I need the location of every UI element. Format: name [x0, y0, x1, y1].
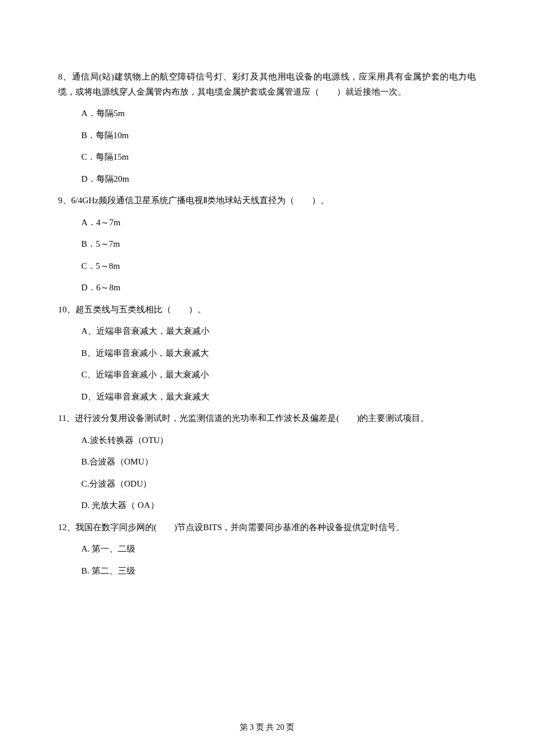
question-options: A. 第一、二级 B. 第二、三级 [58, 542, 476, 578]
question-stem: 9、6/4GHz频段通信卫星系统广播电视Ⅱ类地球站天线直径为（ ）。 [58, 193, 476, 208]
question-options: A．4～7m B．5～7m C．5～8m D．6～8m [58, 215, 476, 296]
option-b: B.合波器（OMU） [81, 455, 476, 470]
page-content: 8、通信局(站)建筑物上的航空障碍信号灯、彩灯及其他用电设备的电源线，应采用具有… [0, 0, 534, 578]
question-stem: 8、通信局(站)建筑物上的航空障碍信号灯、彩灯及其他用电设备的电源线，应采用具有… [58, 70, 476, 99]
question-11: 11、进行波分复用设备测试时，光监测信道的光功率和工作波长及偏差是( )的主要测… [58, 411, 476, 513]
option-d: D．6～8m [81, 280, 476, 296]
question-stem: 12、我国在数字同步网的( )节点设BITS，并向需要同步基准的各种设备提供定时… [58, 520, 476, 535]
option-c: C.分波器（ODU） [81, 477, 476, 492]
question-stem: 10、超五类线与五类线相比（ ）。 [58, 303, 476, 318]
option-d: D. 光放大器（ OA） [81, 498, 476, 513]
question-9: 9、6/4GHz频段通信卫星系统广播电视Ⅱ类地球站天线直径为（ ）。 A．4～7… [58, 193, 476, 296]
question-10: 10、超五类线与五类线相比（ ）。 A、近端串音衰减大，最大衰减小 B、近端串音… [58, 303, 476, 405]
question-options: A.波长转换器（OTU） B.合波器（OMU） C.分波器（ODU） D. 光放… [58, 433, 476, 513]
option-d: D、近端串音衰减大，最大衰减大 [81, 390, 476, 405]
option-b: B、近端串音衰减小，最大衰减大 [81, 346, 476, 361]
option-c: C．每隔15m [81, 150, 476, 165]
option-a: A. 第一、二级 [81, 542, 476, 557]
question-options: A．每隔5m B．每隔10m C．每隔15m D．每隔20m [58, 106, 476, 186]
option-b: B. 第二、三级 [81, 564, 476, 579]
option-a: A.波长转换器（OTU） [81, 433, 476, 448]
option-d: D．每隔20m [81, 172, 476, 187]
option-b: B．5～7m [81, 237, 476, 252]
option-a: A、近端串音衰减大，最大衰减小 [81, 324, 476, 339]
question-12: 12、我国在数字同步网的( )节点设BITS，并向需要同步基准的各种设备提供定时… [58, 520, 476, 579]
question-8: 8、通信局(站)建筑物上的航空障碍信号灯、彩灯及其他用电设备的电源线，应采用具有… [58, 70, 476, 186]
question-options: A、近端串音衰减大，最大衰减小 B、近端串音衰减小，最大衰减大 C、近端串音衰减… [58, 324, 476, 404]
option-c: C、近端串音衰减小，最大衰减小 [81, 368, 476, 383]
page-footer: 第 3 页 共 20 页 [0, 722, 534, 733]
option-c: C．5～8m [81, 259, 476, 274]
option-b: B．每隔10m [81, 128, 476, 143]
option-a: A．4～7m [81, 215, 476, 231]
question-stem: 11、进行波分复用设备测试时，光监测信道的光功率和工作波长及偏差是( )的主要测… [58, 411, 476, 426]
option-a: A．每隔5m [81, 106, 476, 121]
